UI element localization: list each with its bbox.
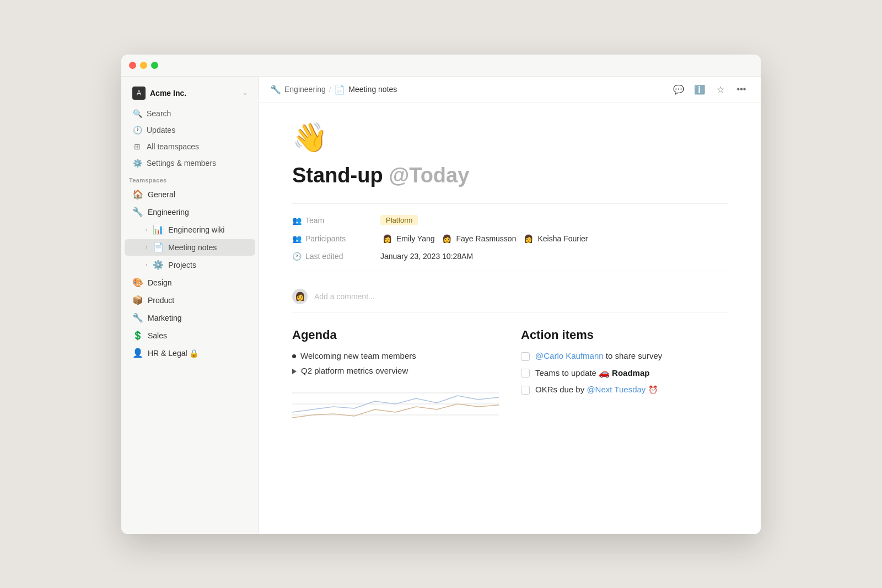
chevron-right-icon-2: › bbox=[146, 262, 147, 268]
checkbox-3[interactable] bbox=[521, 386, 530, 395]
agenda-item-2-text: Q2 platform metrics overview bbox=[301, 366, 408, 375]
sidebar-item-engineering[interactable]: 🔧 Engineering bbox=[125, 204, 255, 220]
traffic-lights bbox=[129, 62, 158, 69]
search-label: Search bbox=[147, 109, 171, 118]
carlo-mention[interactable]: @Carlo Kaufmann bbox=[535, 351, 604, 360]
car-icon: 🚗 bbox=[599, 368, 610, 378]
bullet-icon bbox=[292, 354, 296, 358]
action-items-column: Action items @Carlo Kaufmann to share su… bbox=[521, 328, 728, 426]
sidebar-item-marketing[interactable]: 🔧 Marketing bbox=[125, 310, 255, 326]
breadcrumb-separator: / bbox=[329, 85, 331, 94]
sidebar-item-sales[interactable]: 💲 Sales bbox=[125, 327, 255, 344]
breadcrumb-current-icon: 📄 bbox=[334, 84, 345, 95]
sidebar-item-all-teamspaces[interactable]: ⊞ All teamspaces bbox=[125, 139, 255, 154]
breadcrumb: 🔧 Engineering / 📄 Meeting notes bbox=[270, 84, 397, 95]
last-edited-property-label: 🕐 Last edited bbox=[292, 252, 380, 261]
action-items-list: @Carlo Kaufmann to share survey Teams to… bbox=[521, 351, 728, 395]
settings-label: Settings & members bbox=[147, 159, 216, 168]
sidebar-item-projects[interactable]: › ⚙️ Projects bbox=[125, 257, 255, 273]
page-title: Stand-up @Today bbox=[292, 163, 728, 188]
participants-label-text: Participants bbox=[305, 234, 346, 243]
more-button[interactable]: ••• bbox=[733, 81, 750, 98]
product-label: Product bbox=[148, 296, 174, 305]
agenda-item-2: Q2 platform metrics overview bbox=[292, 366, 499, 375]
action-item-2-prefix: Teams to update bbox=[535, 368, 599, 377]
topbar: 🔧 Engineering / 📄 Meeting notes 💬 ℹ️ ☆ bbox=[259, 77, 761, 103]
sidebar-item-meeting-notes[interactable]: › 📄 Meeting notes bbox=[125, 239, 255, 256]
comment-user-avatar: 👩 bbox=[292, 289, 308, 304]
action-items-title: Action items bbox=[521, 328, 728, 342]
team-icon: 👥 bbox=[292, 216, 302, 225]
participant-3[interactable]: 👩 Keisha Fourier bbox=[521, 232, 588, 245]
two-column-content: Agenda Welcoming new team members Q2 pla… bbox=[292, 328, 728, 426]
breadcrumb-current-label: Meeting notes bbox=[348, 85, 397, 94]
titlebar bbox=[121, 55, 761, 77]
marketing-label: Marketing bbox=[148, 314, 181, 322]
participant-3-avatar: 👩 bbox=[521, 232, 535, 245]
action-item-2: Teams to update 🚗 Roadmap bbox=[521, 368, 728, 378]
page-content: 👋 Stand-up @Today 👥 Team Platform bbox=[259, 103, 761, 534]
participant-1[interactable]: 👩 Emily Yang bbox=[380, 232, 435, 245]
sidebar-item-design[interactable]: 🎨 Design bbox=[125, 274, 255, 291]
sidebar-item-product[interactable]: 📦 Product bbox=[125, 292, 255, 309]
maximize-button[interactable] bbox=[151, 62, 158, 69]
workspace-selector[interactable]: A Acme Inc. ⌄ bbox=[125, 83, 255, 103]
page-emoji: 👋 bbox=[292, 121, 728, 154]
main-content: 🔧 Engineering / 📄 Meeting notes 💬 ℹ️ ☆ bbox=[259, 77, 761, 534]
action-item-1-suffix: to share survey bbox=[606, 351, 663, 360]
comment-input[interactable]: Add a comment... bbox=[314, 292, 375, 301]
participant-1-avatar: 👩 bbox=[380, 232, 394, 245]
page-title-text: Stand-up bbox=[292, 164, 383, 187]
participant-2-avatar: 👩 bbox=[440, 232, 454, 245]
chevron-down-icon: › bbox=[146, 244, 147, 250]
roadmap-badge[interactable]: 🚗 Roadmap bbox=[599, 368, 649, 378]
last-edited-property-row: 🕐 Last edited January 23, 2023 10:28AM bbox=[292, 249, 728, 264]
all-teamspaces-label: All teamspaces bbox=[147, 142, 199, 151]
settings-icon: ⚙️ bbox=[153, 260, 164, 271]
workspace-chevron-icon: ⌄ bbox=[243, 89, 248, 96]
sidebar-item-general[interactable]: 🏠 General bbox=[125, 186, 255, 203]
dollar-icon: 💲 bbox=[132, 330, 143, 341]
clock-icon: 🕐 bbox=[132, 125, 142, 135]
breadcrumb-parent-label: Engineering bbox=[284, 85, 326, 94]
team-property-value[interactable]: Platform bbox=[380, 215, 418, 225]
more-icon: ••• bbox=[737, 84, 746, 94]
agenda-list: Welcoming new team members Q2 platform m… bbox=[292, 351, 499, 375]
sidebar-item-updates[interactable]: 🕐 Updates bbox=[125, 122, 255, 138]
box-icon: 📦 bbox=[132, 295, 143, 306]
projects-label: Projects bbox=[168, 261, 196, 269]
checkbox-2[interactable] bbox=[521, 369, 530, 377]
last-edited-icon: 🕐 bbox=[292, 252, 302, 261]
sidebar-item-engineering-wiki[interactable]: › 📊 Engineering wiki bbox=[125, 222, 255, 238]
home-icon: 🏠 bbox=[132, 189, 143, 200]
star-button[interactable]: ☆ bbox=[712, 81, 729, 98]
triangle-icon bbox=[292, 369, 297, 374]
person-icon: 👤 bbox=[132, 348, 143, 359]
last-edited-label-text: Last edited bbox=[305, 252, 343, 261]
team-property-label: 👥 Team bbox=[292, 216, 380, 225]
checkbox-1[interactable] bbox=[521, 352, 530, 361]
close-button[interactable] bbox=[129, 62, 136, 69]
last-edited-property-value: January 23, 2023 10:28AM bbox=[380, 252, 473, 261]
participant-2[interactable]: 👩 Faye Rasmusson bbox=[440, 232, 517, 245]
teamspaces-section-label: Teamspaces bbox=[121, 171, 259, 186]
comment-button[interactable]: 💬 bbox=[670, 81, 687, 98]
sales-label: Sales bbox=[148, 331, 167, 340]
team-label-text: Team bbox=[305, 216, 324, 225]
sidebar-item-hr-legal[interactable]: 👤 HR & Legal 🔒 bbox=[125, 345, 255, 362]
sidebar-item-settings[interactable]: ⚙️ Settings & members bbox=[125, 155, 255, 171]
info-button[interactable]: ℹ️ bbox=[691, 81, 708, 98]
page-icon: 📄 bbox=[153, 242, 164, 253]
next-tuesday-mention[interactable]: @Next Tuesday bbox=[587, 385, 646, 394]
platform-badge: Platform bbox=[380, 215, 418, 225]
breadcrumb-parent-icon: 🔧 bbox=[270, 84, 281, 95]
properties-section: 👥 Team Platform 👥 Participants bbox=[292, 203, 728, 272]
action-item-1-text: @Carlo Kaufmann to share survey bbox=[535, 351, 662, 360]
chevron-right-icon: › bbox=[146, 226, 147, 233]
action-item-3-text: OKRs due by @Next Tuesday ⏰ bbox=[535, 385, 658, 394]
star-icon: ☆ bbox=[717, 84, 724, 95]
action-item-3: OKRs due by @Next Tuesday ⏰ bbox=[521, 385, 728, 395]
minimize-button[interactable] bbox=[140, 62, 147, 69]
workspace-icon: A bbox=[132, 87, 146, 100]
sidebar-item-search[interactable]: 🔍 Search bbox=[125, 106, 255, 121]
